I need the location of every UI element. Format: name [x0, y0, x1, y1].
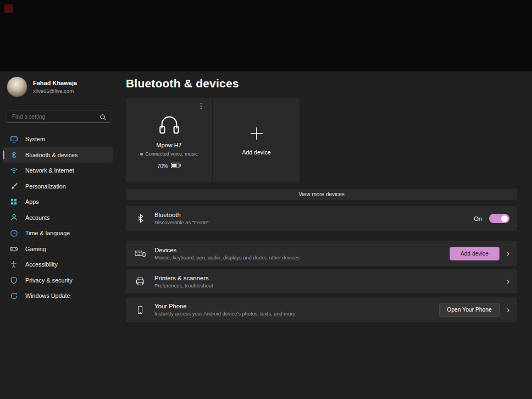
sidebar-item-time-language[interactable]: Time & language	[3, 225, 113, 241]
time-language-icon	[9, 229, 18, 237]
your-phone-row[interactable]: Your Phone Instantly access your Android…	[126, 297, 517, 322]
device-name: Mpow H7	[126, 142, 212, 148]
chevron-right-icon: ›	[507, 277, 509, 286]
view-more-label: View more devices	[298, 191, 345, 197]
user-name: Fahad Khawaja	[33, 80, 77, 87]
sidebar-item-gaming[interactable]: Gaming	[3, 241, 113, 257]
sidebar-item-network-internet[interactable]: Network & internet	[3, 163, 113, 179]
phone-icon	[135, 305, 146, 315]
add-device-card[interactable]: Add device	[213, 98, 300, 182]
devices-subtitle: Mouse, keyboard, pen, audio, displays an…	[154, 255, 300, 261]
search-input[interactable]	[7, 110, 110, 123]
more-options-icon[interactable]: ⋮	[195, 101, 207, 110]
headphones-icon	[126, 112, 212, 135]
toggle-knob	[501, 215, 508, 222]
connected-status-dot	[140, 153, 143, 156]
sidebar: Fahad Khawaja xlive65@live.com System	[0, 71, 118, 399]
user-profile[interactable]: Fahad Khawaja xlive65@live.com	[7, 76, 77, 97]
sidebar-item-label: Bluetooth & devices	[25, 152, 77, 158]
bluetooth-row[interactable]: Bluetooth Discoverable as "FADII" On	[126, 206, 517, 231]
top-left-app-icon	[4, 4, 13, 13]
printers-subtitle: Preferences, troubleshoot	[154, 283, 213, 289]
search-box	[7, 110, 110, 123]
sidebar-item-label: Time & language	[25, 230, 70, 236]
avatar	[7, 76, 27, 97]
sidebar-item-privacy-security[interactable]: Privacy & security	[3, 273, 113, 289]
bluetooth-icon	[135, 214, 146, 223]
devices-row[interactable]: Devices Mouse, keyboard, pen, audio, dis…	[126, 241, 517, 266]
sidebar-item-apps[interactable]: Apps	[3, 194, 113, 210]
gaming-icon	[9, 245, 18, 253]
user-email: xlive65@live.com	[33, 88, 77, 94]
privacy-security-icon	[9, 276, 18, 285]
printers-title: Printers & scanners	[154, 275, 213, 281]
accessibility-icon	[9, 260, 18, 269]
selected-indicator	[3, 151, 4, 159]
battery-icon	[171, 163, 181, 169]
sidebar-item-bluetooth-devices[interactable]: Bluetooth & devices	[3, 147, 113, 163]
device-cards: ⋮ Mpow H7 Connected voice, music 70%	[126, 98, 300, 182]
add-device-card-label: Add device	[213, 149, 300, 156]
sidebar-item-label: Windows Update	[25, 292, 70, 299]
toggle-state-label: On	[474, 215, 482, 222]
your-phone-title: Your Phone	[154, 303, 296, 309]
printers-scanners-row[interactable]: Printers & scanners Preferences, trouble…	[126, 269, 517, 293]
your-phone-subtitle: Instantly access your Android device's p…	[154, 311, 296, 317]
system-icon	[9, 135, 18, 143]
printer-icon	[135, 276, 146, 286]
sidebar-item-label: Accounts	[25, 214, 49, 221]
network-icon	[9, 166, 18, 175]
plus-icon	[213, 125, 300, 142]
sidebar-nav: System Bluetooth & devices Network & int…	[3, 131, 113, 304]
sidebar-item-windows-update[interactable]: Windows Update	[3, 288, 113, 304]
sidebar-item-label: Apps	[25, 198, 39, 205]
device-status: Connected voice, music	[126, 151, 212, 157]
devices-icon	[135, 249, 146, 258]
sidebar-item-accounts[interactable]: Accounts	[3, 210, 113, 226]
desktop-background: Fahad Khawaja xlive65@live.com System	[0, 0, 532, 399]
sidebar-item-label: Accessibility	[25, 261, 58, 268]
sidebar-item-label: Privacy & security	[25, 277, 73, 284]
apps-icon	[9, 197, 18, 206]
devices-title: Devices	[154, 247, 300, 253]
chevron-right-icon: ›	[507, 306, 509, 314]
battery-percent: 70%	[157, 163, 168, 169]
sidebar-item-label: Gaming	[25, 246, 46, 252]
sidebar-item-label: System	[25, 136, 45, 142]
view-more-devices-button[interactable]: View more devices	[126, 189, 517, 200]
add-device-button[interactable]: Add device	[450, 247, 500, 261]
device-status-text: Connected voice, music	[145, 151, 198, 157]
bluetooth-devices-icon	[9, 151, 18, 159]
sidebar-item-label: Network & internet	[25, 167, 74, 174]
bluetooth-subtitle: Discoverable as "FADII"	[154, 220, 209, 225]
device-battery: 70%	[126, 163, 212, 169]
windows-update-icon	[9, 291, 18, 300]
device-card-mpow-h7[interactable]: ⋮ Mpow H7 Connected voice, music 70%	[126, 98, 212, 182]
sidebar-item-personalization[interactable]: Personalization	[3, 179, 113, 195]
settings-window: Fahad Khawaja xlive65@live.com System	[0, 71, 532, 399]
personalization-icon	[9, 182, 18, 191]
chevron-right-icon: ›	[507, 249, 509, 258]
main-content: Bluetooth & devices ⋮ Mpow H7 Connected …	[126, 71, 517, 399]
sidebar-item-label: Personalization	[25, 183, 66, 190]
bluetooth-toggle[interactable]	[489, 214, 509, 223]
sidebar-item-system[interactable]: System	[3, 131, 113, 147]
sidebar-item-accessibility[interactable]: Accessibility	[3, 257, 113, 273]
bluetooth-title: Bluetooth	[154, 212, 209, 218]
open-your-phone-button[interactable]: Open Your Phone	[439, 303, 499, 317]
accounts-icon	[9, 213, 18, 222]
page-title: Bluetooth & devices	[126, 77, 239, 90]
